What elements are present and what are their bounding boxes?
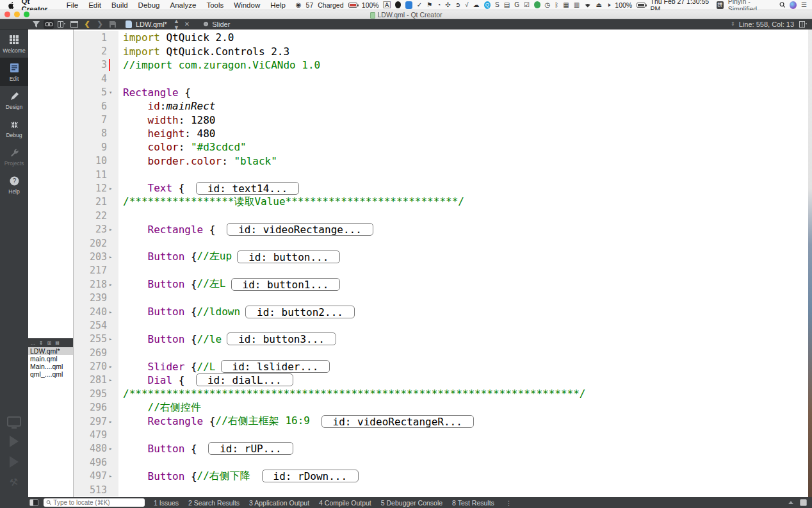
fold-collapsed-icon[interactable]: ▸: [109, 226, 118, 233]
fold-collapsed-icon[interactable]: ▸: [109, 309, 118, 315]
output-pane-search-results[interactable]: 2 Search Results: [188, 499, 240, 507]
fold-collapsed-icon[interactable]: ▸: [109, 336, 118, 342]
blue-square-app-icon[interactable]: [405, 1, 412, 9]
cloud-app-icon[interactable]: ☁: [473, 2, 480, 8]
code-line[interactable]: 513: [74, 483, 808, 496]
expand-output-pane-icon[interactable]: [788, 501, 793, 504]
collapsed-fold-box[interactable]: id: button2...: [245, 306, 355, 318]
black-circle-app-icon[interactable]: [395, 1, 402, 8]
bluetooth-icon[interactable]: ᛒ: [555, 2, 558, 8]
code-line[interactable]: 270▸ Slider {//Lid: lslider...: [74, 359, 808, 373]
helper-count[interactable]: 57: [306, 1, 314, 9]
open-in-window-icon[interactable]: [69, 20, 79, 29]
link-files-icon[interactable]: [44, 20, 54, 29]
code-line[interactable]: 479: [74, 428, 808, 441]
open-document-item[interactable]: qml_....qml: [28, 370, 73, 378]
code-line[interactable]: 217: [74, 264, 808, 277]
code-line[interactable]: 218▸ Button {//左Lid: button1...: [74, 277, 808, 291]
battery-percent[interactable]: 100%: [615, 1, 632, 9]
bookmark-flag-icon[interactable]: ⚑: [426, 2, 432, 8]
symbol-selector[interactable]: Slider: [204, 20, 230, 28]
keyboard-icon[interactable]: ▦: [563, 2, 569, 8]
code-line[interactable]: 4: [74, 72, 808, 85]
build-button[interactable]: ⚒: [9, 476, 20, 489]
sidebar-mode-help[interactable]: ?Help: [0, 170, 28, 199]
code-line[interactable]: 269: [74, 346, 808, 359]
go-back-icon[interactable]: ❮: [82, 20, 92, 29]
spotlight-search-icon[interactable]: [779, 1, 786, 8]
locator[interactable]: [44, 498, 145, 507]
output-pane-compile-output[interactable]: 4 Compile Output: [319, 499, 371, 507]
open-document-item[interactable]: LDW.qml*: [28, 347, 73, 355]
collapsed-fold-box[interactable]: id: button...: [237, 250, 340, 263]
kit-selector-icon[interactable]: [7, 416, 21, 427]
open-document-item[interactable]: Main....qml: [28, 363, 73, 370]
check-black-app-icon[interactable]: ☑: [524, 2, 530, 8]
collapsed-fold-box[interactable]: id: text14...: [196, 182, 299, 195]
toggle-right-sidebar-icon[interactable]: [800, 499, 807, 506]
sidebar-mode-projects[interactable]: Projects: [0, 142, 28, 170]
split-editor-icon[interactable]: [56, 20, 67, 29]
output-pane-debugger-console[interactable]: 5 Debugger Console: [381, 499, 443, 507]
collapsed-fold-box[interactable]: id: button1...: [231, 278, 341, 291]
apple-menu-icon[interactable]: [8, 1, 15, 9]
checkmark-circle-icon[interactable]: ✓: [417, 2, 422, 8]
menu-item-window[interactable]: Window: [234, 1, 260, 9]
pane-combo[interactable]: ...: [31, 340, 35, 346]
code-line[interactable]: 1import QtQuick 2.0: [74, 31, 808, 44]
code-line[interactable]: 255▸ Button {//leid: button3...: [74, 332, 808, 346]
code-line[interactable]: 480▸ Button { id: rUP...: [74, 442, 808, 455]
code-editor[interactable]: 1import QtQuick 2.02import QtQuick.Contr…: [74, 29, 808, 497]
pane-sort-icon[interactable]: ⇕: [39, 340, 44, 346]
fold-collapsed-icon[interactable]: ▸: [109, 377, 118, 383]
debug-run-button[interactable]: [10, 456, 19, 468]
code-line[interactable]: 239: [74, 291, 808, 304]
close-document-icon[interactable]: ✕: [184, 20, 190, 28]
wifi-icon[interactable]: [584, 2, 591, 8]
swirl-app-icon[interactable]: ◔: [437, 2, 441, 8]
keystroke-window-icon[interactable]: ▥: [574, 2, 580, 8]
fold-collapsed-icon[interactable]: ▸: [109, 254, 118, 260]
collapsed-fold-box[interactable]: id: videoRectangeR...: [321, 415, 474, 428]
code-line[interactable]: 295/************************************…: [74, 387, 808, 400]
pane-overflow-icon[interactable]: ⋮: [505, 499, 512, 507]
code-line[interactable]: 8 height: 480: [74, 127, 808, 140]
input-method-icon[interactable]: 拼: [717, 1, 724, 9]
document-dropdown-icon[interactable]: ▲▼: [174, 18, 179, 31]
menu-item-edit[interactable]: Edit: [88, 1, 101, 9]
code-line[interactable]: 12▸ Text { id: text14...: [74, 181, 808, 195]
menu-item-debug[interactable]: Debug: [138, 1, 160, 9]
notification-center-icon[interactable]: ☰: [801, 2, 807, 8]
fold-collapsed-icon[interactable]: ▸: [109, 281, 118, 288]
code-line[interactable]: 281▸ Dial { id: dialL...: [74, 373, 808, 387]
menu-item-build[interactable]: Build: [111, 1, 128, 9]
battery-charged-label[interactable]: Charged: [318, 1, 343, 9]
collapsed-fold-box[interactable]: id: rUP...: [208, 442, 293, 455]
filter-icon[interactable]: [31, 20, 41, 29]
siri-icon[interactable]: [790, 1, 797, 9]
g-curve-app-icon[interactable]: G: [514, 2, 519, 8]
fold-collapsed-icon[interactable]: ▸: [109, 363, 118, 370]
code-line[interactable]: 496: [74, 455, 808, 469]
notebook-app-icon[interactable]: ▤: [504, 2, 510, 8]
code-line[interactable]: 202: [74, 236, 808, 250]
fold-expanded-icon[interactable]: ▾: [109, 89, 118, 95]
output-pane-issues[interactable]: 1 Issues: [154, 499, 179, 507]
sidebar-mode-design[interactable]: Design: [0, 86, 28, 114]
arrow-circle-app-icon[interactable]: ➲: [455, 2, 460, 8]
code-line[interactable]: 240▸ Button {//ldownid: button2...: [74, 305, 808, 318]
fold-collapsed-icon[interactable]: ▸: [109, 185, 118, 192]
clock-icon[interactable]: ◷: [545, 2, 551, 8]
s-letter-app-icon[interactable]: S: [495, 2, 499, 8]
code-line[interactable]: 9 color: "#d3cdcd": [74, 140, 808, 154]
menu-item-tools[interactable]: Tools: [206, 1, 223, 9]
input-source-icon[interactable]: 🄰: [384, 2, 391, 8]
collapsed-fold-box[interactable]: id: videoRectange...: [227, 223, 373, 236]
fold-collapsed-icon[interactable]: ▸: [109, 418, 118, 425]
code-line[interactable]: 297▸ Rectangle {//右侧主框架 16:9 id: videoRe…: [74, 414, 808, 428]
code-line[interactable]: 296 //右侧控件: [74, 401, 808, 414]
volume-icon[interactable]: 🕨: [606, 2, 610, 8]
code-line[interactable]: 23▸ Rectangle { id: videoRectange...: [74, 222, 808, 236]
sidebar-mode-edit[interactable]: Edit: [0, 58, 28, 86]
collapsed-fold-box[interactable]: id: dialL...: [196, 373, 293, 386]
